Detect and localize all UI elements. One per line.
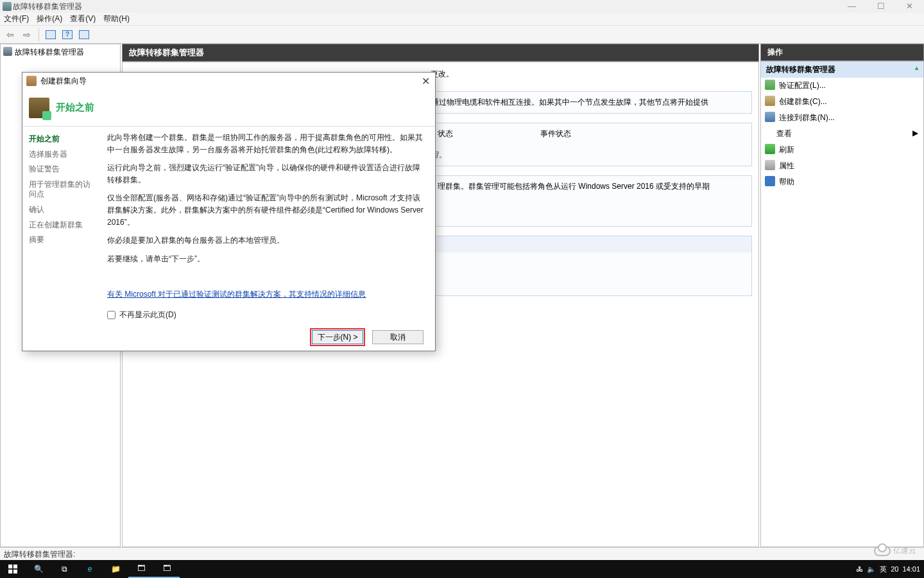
svg-rect-1 (13, 565, 17, 568)
svg-rect-0 (8, 565, 12, 568)
action-validate[interactable]: 验证配置(L)... (761, 78, 923, 94)
nav-back-button[interactable] (3, 28, 18, 42)
app-title: 故障转移群集管理器 (13, 2, 82, 11)
menu-file[interactable]: 文件(F) (4, 13, 29, 24)
taskbar-ie[interactable]: e (77, 560, 103, 578)
wizard-titlebar[interactable]: 创建群集向导 ✕ (22, 73, 435, 89)
status-bar: 故障转移群集管理器: (0, 547, 924, 560)
nav-access[interactable]: 用于管理群集的访问点 (22, 177, 101, 202)
action-view[interactable]: 查看▶ (761, 126, 923, 142)
toolbar-pane1-button[interactable] (43, 28, 58, 42)
window-maximize-icon[interactable]: ☐ (866, 0, 895, 13)
toolbar-separator (38, 28, 39, 41)
toolbar-pane2-button[interactable] (76, 28, 92, 42)
create-cluster-wizard: 创建群集向导 ✕ 开始之前 开始之前 选择服务器 验证警告 用于管理群集的访问点… (22, 72, 436, 351)
validate-icon (765, 80, 775, 90)
tray-num: 20 (891, 565, 898, 573)
dont-show-input[interactable] (107, 311, 116, 319)
nav-warn[interactable]: 验证警告 (22, 162, 101, 177)
nav-creating[interactable]: 正在创建新群集 (22, 218, 101, 233)
tray-time[interactable]: 14:01 (902, 565, 920, 573)
wizard-nav: 开始之前 选择服务器 验证警告 用于管理群集的访问点 确认 正在创建新群集 摘要 (22, 127, 101, 324)
window-minimize-icon[interactable]: — (837, 0, 866, 13)
actions-header: 操作 (760, 44, 924, 61)
action-connect[interactable]: 连接到群集(N)... (761, 110, 923, 126)
action-props[interactable]: 属性 (761, 158, 923, 174)
wizard-p3: 仅当全部配置(服务器、网络和存储)通过“验证配置”向导中的所有测试时，Micro… (107, 192, 426, 228)
col-event: 事件状态 (540, 128, 643, 139)
wizard-footer: 下一步(N) > 取消 (22, 324, 435, 351)
props-icon (765, 160, 775, 170)
wizard-stage-icon (29, 98, 49, 118)
watermark: 亿速云 (874, 545, 916, 556)
connect-icon (765, 112, 775, 122)
taskbar-servermanager[interactable]: 🗔 (128, 560, 154, 578)
wizard-p5: 若要继续，请单击“下一步”。 (107, 253, 426, 265)
tree-root[interactable]: 故障转移群集管理器 (1, 44, 120, 60)
system-tray[interactable]: 🖧 🔈 英 20 14:01 (856, 565, 924, 574)
svg-rect-2 (8, 570, 12, 574)
nav-forward-button[interactable] (19, 28, 35, 42)
intro-tail: 更改。 (431, 69, 752, 80)
manage-line: 理群集。群集管理可能包括将角色从运行 Windows Server 2016 或… (438, 181, 745, 192)
svg-rect-3 (13, 570, 17, 574)
nav-summary[interactable]: 摘要 (22, 232, 101, 248)
menu-bar: 文件(F) 操作(A) 查看(V) 帮助(H) (0, 13, 924, 26)
wizard-content: 此向导将创建一个群集。群集是一组协同工作的服务器，用于提高群集角色的可用性。如果… (101, 127, 435, 324)
toolbar-help-button[interactable]: ? (60, 28, 75, 42)
tray-volume-icon[interactable]: 🔈 (867, 565, 876, 574)
wizard-p4: 你必须是要加入群集的每台服务器上的本地管理员。 (107, 234, 426, 247)
taskbar-taskview[interactable]: ⧉ (51, 560, 77, 578)
menu-action[interactable]: 操作(A) (37, 13, 62, 24)
action-help[interactable]: 帮助 (761, 174, 923, 190)
start-button[interactable] (0, 560, 26, 578)
actions-group-title[interactable]: 故障转移群集管理器 (761, 62, 923, 78)
wizard-next-button[interactable]: 下一步(N) > (312, 330, 363, 344)
taskbar-search[interactable]: 🔍 (26, 560, 51, 578)
action-refresh[interactable]: 刷新 (761, 142, 923, 158)
nav-servers[interactable]: 选择服务器 (22, 147, 101, 162)
nav-confirm[interactable]: 确认 (22, 202, 101, 218)
tray-network-icon[interactable]: 🖧 (856, 565, 863, 573)
tray-ime[interactable]: 英 (880, 565, 887, 574)
wizard-close-button[interactable]: ✕ (416, 75, 435, 87)
actions-pane: 操作 故障转移群集管理器 验证配置(L)... 创建群集(C)... 连接到群集… (760, 44, 924, 547)
nav-before[interactable]: 开始之前 (22, 132, 101, 147)
refresh-icon (765, 144, 775, 154)
wizard-title-text: 创建群集向导 (40, 76, 87, 87)
help-icon (765, 176, 775, 186)
wizard-more-info-link[interactable]: 有关 Microsoft 对于已通过验证测试的群集解决方案，其支持情况的详细信息 (107, 288, 426, 301)
window-close-icon[interactable]: ✕ (895, 0, 924, 13)
wizard-icon (26, 76, 37, 86)
col-status: 状态 (438, 128, 540, 139)
taskbar-clustermanager[interactable]: 🗔 (154, 560, 180, 578)
wizard-p2: 运行此向导之前，强烈建议先运行“验证配置”向导，以确保你的硬件和硬件设置适合进行… (107, 162, 426, 186)
wizard-subtitle: 开始之前 (56, 101, 94, 114)
taskbar: 🔍 ⧉ e 📁 🗔 🗔 🖧 🔈 英 20 14:01 (0, 560, 924, 578)
taskbar-explorer[interactable]: 📁 (103, 560, 128, 578)
toolbar: ? (0, 26, 924, 44)
wizard-cancel-button[interactable]: 取消 (372, 330, 424, 344)
chevron-right-icon: ▶ (912, 128, 918, 137)
menu-help[interactable]: 帮助(H) (103, 13, 130, 24)
cloud-icon (874, 546, 891, 556)
center-header: 故障转移群集管理器 (122, 44, 759, 62)
app-title-bar: 故障转移群集管理器 — ☐ ✕ (0, 0, 924, 13)
wizard-dont-show-checkbox[interactable]: 不再显示此页(D) (107, 309, 426, 321)
create-icon (765, 96, 775, 106)
status-text: 故障转移群集管理器: (4, 550, 75, 559)
menu-view[interactable]: 查看(V) (70, 13, 96, 24)
action-create[interactable]: 创建群集(C)... (761, 94, 923, 110)
wizard-p1: 此向导将创建一个群集。群集是一组协同工作的服务器，用于提高群集角色的可用性。如果… (107, 132, 426, 155)
